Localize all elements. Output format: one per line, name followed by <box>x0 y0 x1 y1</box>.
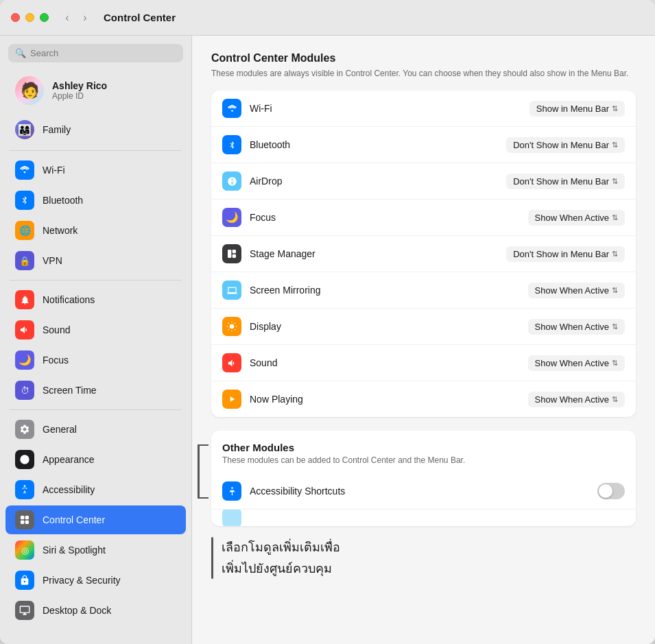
divider-2 <box>10 280 182 281</box>
sidebar-item-vpn[interactable]: 🔒 VPN <box>5 246 186 275</box>
sidebar-item-accessibility[interactable]: Accessibility <box>5 475 186 504</box>
maximize-button[interactable] <box>40 13 49 22</box>
module-stage-control[interactable]: Don't Show in Menu Bar ⇅ <box>506 246 625 262</box>
svg-rect-6 <box>228 250 231 258</box>
focus-icon: 🌙 <box>15 350 34 370</box>
module-partial-icon <box>222 510 241 526</box>
sidebar-item-controlcenter[interactable]: Control Center <box>5 505 186 534</box>
module-focus-icon: 🌙 <box>222 208 241 227</box>
module-row-bluetooth: Bluetooth Don't Show in Menu Bar ⇅ <box>211 127 636 163</box>
general-icon <box>15 420 34 439</box>
profile-item[interactable]: 🧑 Ashley Rico Apple ID <box>5 69 186 112</box>
other-section-desc: These modules can be added to Control Ce… <box>222 455 625 465</box>
chevron-updown-icon: ⇅ <box>612 395 618 404</box>
module-display-icon <box>222 317 241 336</box>
sidebar-item-notifications[interactable]: Notifications <box>5 285 186 314</box>
sidebar-item-wifi[interactable]: Wi-Fi <box>5 156 186 184</box>
module-row-nowplaying: Now Playing Show When Active ⇅ <box>211 381 636 417</box>
sidebar-item-focus[interactable]: 🌙 Focus <box>5 346 186 374</box>
module-wifi-icon <box>222 99 241 118</box>
svg-point-0 <box>20 455 29 464</box>
sidebar-item-network[interactable]: 🌐 Network <box>5 216 186 245</box>
sidebar-item-bluetooth[interactable]: Bluetooth <box>5 186 186 215</box>
sidebar-item-label: Bluetooth <box>43 195 83 206</box>
sidebar-item-label: Sound <box>43 324 70 335</box>
module-screen-icon <box>222 281 241 300</box>
sidebar-item-label: Privacy & Security <box>43 575 121 586</box>
module-airdrop-name: AirDrop <box>250 176 506 187</box>
search-box[interactable]: 🔍 <box>8 44 183 62</box>
privacy-icon <box>15 571 34 590</box>
sidebar-item-label: Focus <box>43 355 69 366</box>
divider-1 <box>10 150 182 151</box>
search-icon: 🔍 <box>15 48 26 58</box>
module-row-stagemanager: Stage Manager Don't Show in Menu Bar ⇅ <box>211 236 636 272</box>
svg-point-10 <box>231 487 233 489</box>
module-bluetooth-icon <box>222 135 241 154</box>
module-wifi-control-label: Show in Menu Bar <box>536 104 609 114</box>
sidebar-item-label: Control Center <box>43 514 105 525</box>
minimize-button[interactable] <box>25 13 34 22</box>
module-screen-control-label: Show When Active <box>535 285 609 296</box>
sidebar-item-privacy[interactable]: Privacy & Security <box>5 566 186 595</box>
sidebar-item-label: Wi-Fi <box>43 165 65 176</box>
other-modules-container: Other Modules These modules can be added… <box>211 431 636 526</box>
close-button[interactable] <box>11 13 20 22</box>
chevron-updown-icon: ⇅ <box>612 141 618 150</box>
forward-button[interactable]: › <box>78 10 93 25</box>
desktop-icon <box>15 601 34 620</box>
profile-info: Ashley Rico Apple ID <box>52 80 107 101</box>
bracket-line <box>198 444 200 499</box>
callout-vert-bar <box>211 537 213 579</box>
traffic-lights <box>11 13 49 22</box>
module-stage-name: Stage Manager <box>250 248 506 259</box>
right-panel: Control Center Modules These modules are… <box>192 36 655 644</box>
sidebar-item-general[interactable]: General <box>5 415 186 444</box>
module-accessibility-shortcuts-name: Accessibility Shortcuts <box>250 486 597 497</box>
sidebar-item-screentime[interactable]: ⏱ Screen Time <box>5 376 186 405</box>
main-content: 🔍 🧑 Ashley Rico Apple ID 👨‍👩‍👧 Family <box>0 36 655 644</box>
module-screen-control[interactable]: Show When Active ⇅ <box>528 283 625 298</box>
module-wifi-control[interactable]: Show in Menu Bar ⇅ <box>529 101 625 117</box>
module-airdrop-control[interactable]: Don't Show in Menu Bar ⇅ <box>506 174 625 189</box>
module-display-control[interactable]: Show When Active ⇅ <box>528 319 625 335</box>
toggle-knob <box>599 484 612 498</box>
module-stage-control-label: Don't Show in Menu Bar <box>513 249 609 259</box>
chevron-updown-icon: ⇅ <box>612 104 618 113</box>
svg-point-1 <box>24 485 26 487</box>
siri-icon: ◎ <box>15 540 34 560</box>
sidebar-item-sound[interactable]: Sound <box>5 315 186 344</box>
module-display-name: Display <box>250 321 528 332</box>
module-screen-name: Screen Mirroring <box>250 285 528 296</box>
divider-3 <box>10 409 182 410</box>
module-nowplaying-control[interactable]: Show When Active ⇅ <box>528 392 625 407</box>
chevron-updown-icon: ⇅ <box>612 359 618 368</box>
module-bluetooth-control[interactable]: Don't Show in Menu Bar ⇅ <box>506 137 625 153</box>
module-row-airdrop: AirDrop Don't Show in Menu Bar ⇅ <box>211 163 636 200</box>
nav-arrows: ‹ › <box>60 10 93 25</box>
search-input[interactable] <box>30 48 176 58</box>
screentime-icon: ⏱ <box>15 381 34 400</box>
sidebar-item-desktop[interactable]: Desktop & Dock <box>5 596 186 625</box>
module-focus-control-label: Show When Active <box>535 213 609 223</box>
module-row-focus: 🌙 Focus Show When Active ⇅ <box>211 200 636 236</box>
accessibility-toggle[interactable] <box>597 483 625 499</box>
module-sound-control[interactable]: Show When Active ⇅ <box>528 355 625 371</box>
back-button[interactable]: ‹ <box>60 10 75 25</box>
module-focus-control[interactable]: Show When Active ⇅ <box>528 210 625 226</box>
callout-thai-text: เลือกโมดูลเพิ่มเติมเพื่อเพิ่มไปยังศูนย์ค… <box>222 537 340 579</box>
sidebar-item-label: Desktop & Dock <box>43 605 111 616</box>
family-item[interactable]: 👨‍👩‍👧 Family <box>5 115 186 145</box>
appearance-icon <box>15 450 34 469</box>
profile-name: Ashley Rico <box>52 80 107 91</box>
sidebar-item-appearance[interactable]: Appearance <box>5 445 186 474</box>
svg-rect-2 <box>21 516 24 519</box>
svg-rect-5 <box>25 521 29 524</box>
module-wifi-name: Wi-Fi <box>250 103 529 114</box>
sidebar-item-label: Screen Time <box>43 385 97 396</box>
bottom-callout: เลือกโมดูลเพิ่มเติมเพื่อเพิ่มไปยังศูนย์ค… <box>211 537 636 590</box>
sidebar-item-siri[interactable]: ◎ Siri & Spotlight <box>5 536 186 564</box>
module-row-accessibility-shortcuts: Accessibility Shortcuts <box>211 473 636 510</box>
other-section-header: Other Modules These modules can be added… <box>211 431 636 473</box>
sidebar-item-label: Notifications <box>43 294 95 305</box>
